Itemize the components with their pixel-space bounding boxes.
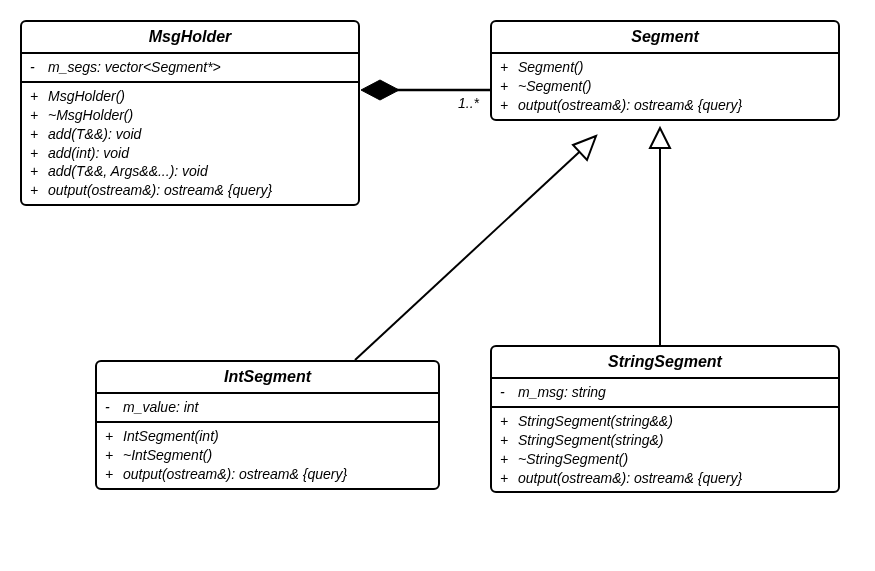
operations-section: + StringSegment(string&&) + StringSegmen… <box>492 408 838 492</box>
operation-text: ~Segment() <box>518 77 592 96</box>
attributes-section: - m_value: int <box>97 394 438 423</box>
operation-text: add(T&&, Args&&...): void <box>48 162 208 181</box>
operation-text: output(ostream&): ostream& {query} <box>518 96 742 115</box>
visibility: + <box>105 446 123 465</box>
visibility: + <box>500 450 518 469</box>
operation-text: output(ostream&): ostream& {query} <box>123 465 347 484</box>
visibility: + <box>30 162 48 181</box>
visibility: + <box>105 427 123 446</box>
operation-text: IntSegment(int) <box>123 427 219 446</box>
operation-text: StringSegment(string&&) <box>518 412 673 431</box>
visibility: + <box>30 125 48 144</box>
visibility: + <box>500 412 518 431</box>
class-title: Segment <box>492 22 838 54</box>
visibility: - <box>30 58 48 77</box>
svg-line-2 <box>355 143 589 360</box>
attribute-text: m_segs: vector<Segment*> <box>48 58 221 77</box>
operations-section: + IntSegment(int) + ~IntSegment() + outp… <box>97 423 438 488</box>
operation-row: + Segment() <box>500 58 830 77</box>
visibility: + <box>500 431 518 450</box>
operation-text: output(ostream&): ostream& {query} <box>518 469 742 488</box>
attribute-row: - m_value: int <box>105 398 430 417</box>
operation-row: + output(ostream&): ostream& {query} <box>30 181 350 200</box>
attribute-text: m_msg: string <box>518 383 606 402</box>
operations-section: + MsgHolder() + ~MsgHolder() + add(T&&):… <box>22 83 358 204</box>
visibility: + <box>30 144 48 163</box>
operation-row: + StringSegment(string&) <box>500 431 830 450</box>
operation-row: + ~Segment() <box>500 77 830 96</box>
operation-text: add(int): void <box>48 144 129 163</box>
svg-marker-3 <box>573 136 596 160</box>
attributes-section: - m_msg: string <box>492 379 838 408</box>
visibility: - <box>500 383 518 402</box>
attribute-row: - m_segs: vector<Segment*> <box>30 58 350 77</box>
operation-row: + IntSegment(int) <box>105 427 430 446</box>
visibility: + <box>500 96 518 115</box>
operation-row: + MsgHolder() <box>30 87 350 106</box>
visibility: + <box>500 77 518 96</box>
visibility: + <box>500 58 518 77</box>
visibility: + <box>30 87 48 106</box>
operation-row: + output(ostream&): ostream& {query} <box>105 465 430 484</box>
svg-marker-1 <box>361 80 399 100</box>
operation-row: + add(int): void <box>30 144 350 163</box>
class-intsegment: IntSegment - m_value: int + IntSegment(i… <box>95 360 440 490</box>
attribute-row: - m_msg: string <box>500 383 830 402</box>
operation-row: + output(ostream&): ostream& {query} <box>500 96 830 115</box>
operation-text: output(ostream&): ostream& {query} <box>48 181 272 200</box>
visibility: + <box>30 181 48 200</box>
operation-text: MsgHolder() <box>48 87 125 106</box>
attributes-section: - m_segs: vector<Segment*> <box>22 54 358 83</box>
operation-row: + ~StringSegment() <box>500 450 830 469</box>
operation-text: ~IntSegment() <box>123 446 212 465</box>
svg-marker-5 <box>650 128 670 148</box>
class-title: MsgHolder <box>22 22 358 54</box>
operation-text: ~StringSegment() <box>518 450 628 469</box>
class-title: StringSegment <box>492 347 838 379</box>
visibility: - <box>105 398 123 417</box>
class-msgholder: MsgHolder - m_segs: vector<Segment*> + M… <box>20 20 360 206</box>
operation-row: + output(ostream&): ostream& {query} <box>500 469 830 488</box>
operations-section: + Segment() + ~Segment() + output(ostrea… <box>492 54 838 119</box>
operation-row: + ~IntSegment() <box>105 446 430 465</box>
operation-row: + ~MsgHolder() <box>30 106 350 125</box>
visibility: + <box>30 106 48 125</box>
relation-inheritance-stringsegment <box>650 128 670 345</box>
operation-row: + add(T&&, Args&&...): void <box>30 162 350 181</box>
class-stringsegment: StringSegment - m_msg: string + StringSe… <box>490 345 840 493</box>
relation-inheritance-intsegment <box>355 136 596 360</box>
operation-row: + add(T&&): void <box>30 125 350 144</box>
class-segment: Segment + Segment() + ~Segment() + outpu… <box>490 20 840 121</box>
class-title: IntSegment <box>97 362 438 394</box>
operation-row: + StringSegment(string&&) <box>500 412 830 431</box>
operation-text: add(T&&): void <box>48 125 141 144</box>
visibility: + <box>500 469 518 488</box>
operation-text: Segment() <box>518 58 583 77</box>
operation-text: StringSegment(string&) <box>518 431 664 450</box>
attribute-text: m_value: int <box>123 398 198 417</box>
visibility: + <box>105 465 123 484</box>
operation-text: ~MsgHolder() <box>48 106 133 125</box>
multiplicity-label: 1..* <box>458 95 479 111</box>
